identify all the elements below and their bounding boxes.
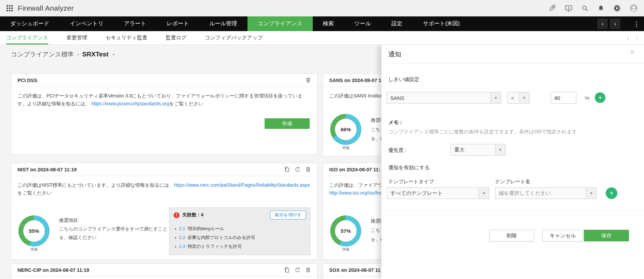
trash-icon[interactable] [305,77,311,83]
gear-icon[interactable] [613,4,621,12]
card-nerc-cip: NERC-CIP on 2024-08-07 11:19 [11,263,318,279]
subnav-next-icon[interactable]: › [636,34,638,42]
template-type-label: テンプレートタイプ [388,178,434,185]
refresh-icon[interactable] [295,267,300,273]
card-title: NERC-CIP on 2024-08-07 11:19 [17,267,89,273]
card-title: PCI DSS [17,78,37,83]
compliance-donut: 66% [330,114,361,145]
threshold-input[interactable] [551,92,576,104]
template-name-select[interactable]: 値を選択してください ▼ [495,187,596,199]
pci-standards-link[interactable]: https://www.pcisecuritystandards.org [92,101,169,106]
memo-label: メモ : [388,119,402,126]
rocket-icon[interactable] [548,4,556,12]
nav-tab-dashboard[interactable]: ダッシュボード [0,16,59,31]
delete-button[interactable]: 削除 [489,230,534,241]
donut-caption: 準拠 [18,247,50,252]
compliance-donut: 57% [330,215,361,247]
top-header: Firewall Analyzer [0,0,644,16]
failure-rule-number[interactable]: 2.3 [179,244,185,249]
bullet-icon: ● [174,236,177,240]
error-icon: ! [174,212,179,218]
failures-panel: ! 失敗数 : 4 表示を増やす ● 2.1 明示的denyルール ● 2.2 … [169,208,310,255]
breadcrumb: コンプライアンス標準 › SRXTest ▾ [11,50,115,58]
add-template-button[interactable]: + [606,187,617,199]
search-icon[interactable] [581,5,589,12]
bullet-icon: ● [174,244,177,249]
chevron-down-icon: ▼ [491,92,501,103]
divider [381,210,644,211]
bell-icon[interactable] [598,5,604,12]
apps-grid-icon[interactable] [6,5,13,12]
chevron-down-icon: ▼ [586,188,596,199]
trash-icon[interactable] [305,267,311,273]
nav-next-button[interactable]: › [610,19,620,29]
chevron-down-icon: ▼ [479,188,489,199]
close-icon[interactable]: × [630,48,635,57]
show-more-button[interactable]: 表示を増やす [270,211,306,220]
nav-tab-alerts[interactable]: アラート [114,16,157,31]
card-pci-dss: PCI DSS この評価は、PCIデータセキュリティ基準Version 3.0に… [11,74,318,155]
create-button[interactable]: 作成 [265,118,310,129]
notification-panel: 通知 × しきい値設定 SANS ▼ < ▼ % + メモ : コンプライアンス… [381,45,644,279]
donut-caption: 準拠 [330,247,361,252]
standard-select[interactable]: SANS ▼ [387,92,501,104]
subnav-config-backup[interactable]: コンフィグバックアップ [205,31,263,44]
card-description: この評価は、PCIデータセキュリティ基準Version 3.0にもとづいており、… [11,87,317,113]
nav-tab-settings[interactable]: 設定 [381,16,413,31]
donut-caption: 準拠 [330,145,361,150]
cancel-button[interactable]: キャンセル [542,230,583,241]
bullet-icon: ● [174,227,177,231]
priority-select[interactable]: 重大 ▼ [451,144,506,156]
failure-rule-number[interactable]: 2.2 [179,235,185,240]
breadcrumb-root[interactable]: コンプライアンス標準 [11,50,73,58]
refresh-icon[interactable] [295,167,300,172]
failure-item: ● 2.2 必要な内部プロトコルのみを許可 [174,235,305,241]
compliance-donut: 55% [18,215,50,247]
chevron-down-icon: ▼ [519,92,529,103]
subnav-security-audit[interactable]: セキュリティ監査 [106,31,147,44]
subnav-compliance[interactable]: コンプライアンス [6,31,48,44]
card-title: SOX on 2024-08-07 11 [329,267,380,273]
failures-count-label: 失敗数 : 4 [182,212,203,218]
user-avatar[interactable] [630,4,638,12]
copy-icon[interactable] [284,267,290,273]
trash-icon[interactable] [305,167,311,172]
nav-tab-tools[interactable]: ツール [344,16,381,31]
nerc-standards-link[interactable]: https://www.nerc.com/pa/Stand/Pages/Reli… [174,182,310,188]
nav-tab-rule-management[interactable]: ルール管理 [199,16,247,31]
threshold-section-label: しきい値設定 [388,76,419,83]
template-type-select[interactable]: すべてのテンプレート ▼ [387,187,489,199]
recommendation-text: 推奨項目: こちらのコンプライアンス要件をすべて満たすことを、確認ください [59,216,168,242]
subnav-audit-log[interactable]: 監査ログ [166,31,187,44]
save-button[interactable]: 保存 [584,230,629,241]
subnav-change-management[interactable]: 変更管理 [67,31,87,44]
screen-share-icon[interactable] [565,4,573,12]
nav-tab-search[interactable]: 検索 [313,16,344,31]
enable-notification-label[interactable]: 通知を有効にする [388,164,430,171]
memo-text: コンプライアンス標準ごとに複数の条件を設定できます。条件はORで指定されます [388,129,577,135]
card-title: ISO on 2024-08-07 11: [329,167,380,172]
card-title: NIST on 2024-08-07 11:19 [17,167,77,172]
add-condition-button[interactable]: + [595,92,605,103]
content-area: コンプライアンス標準 › SRXTest ▾ PCI DSS この評価は、PCI… [0,45,644,279]
nav-tab-support[interactable]: サポート(米国) [413,16,470,31]
card-description: この評価はNIST標準にもとづいています。より詳細な情報を知るには、https:… [11,176,317,202]
nav-tab-compliance[interactable]: コンプライアンス [247,16,313,31]
divider [381,64,644,64]
failure-rule-number[interactable]: 2.1 [179,226,185,231]
subnav-prev-icon[interactable]: ‹ [627,34,629,42]
nav-tab-inventory[interactable]: インベントリ [59,16,113,31]
operator-select[interactable]: < ▼ [507,92,529,104]
breadcrumb-current[interactable]: SRXTest [82,51,109,58]
panel-title: 通知 [388,50,401,59]
sub-nav: コンプライアンス 変更管理 セキュリティ監査 監査ログ コンフィグバックアップ … [0,31,644,45]
card-nist: NIST on 2024-08-07 11:19 [11,163,318,260]
iso-standards-link[interactable]: http://www.iso.org/iso/ho [329,190,381,196]
copy-icon[interactable] [284,167,290,172]
nav-prev-button[interactable]: ‹ [598,19,607,29]
chevron-down-icon[interactable]: ▾ [112,52,115,57]
nav-overflow-menu-icon[interactable]: ⋮ [633,20,640,28]
chevron-down-icon: ▼ [495,144,505,155]
priority-label: 優先度 : [388,147,406,154]
nav-tab-reports[interactable]: レポート [157,16,199,31]
